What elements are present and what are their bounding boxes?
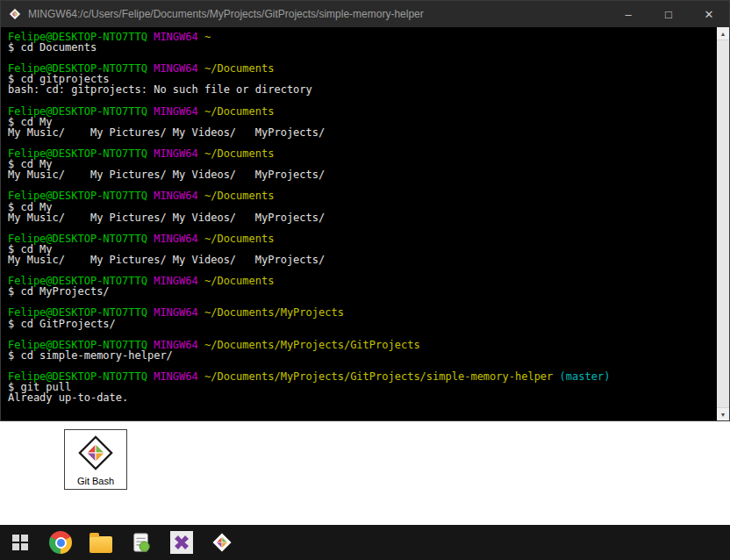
scroll-up-icon[interactable]: ▲ [717, 27, 729, 39]
windows-logo-icon [12, 535, 28, 550]
terminal-text-segment: ~/Documents/MyProjects/GitProjects/simpl… [204, 370, 553, 383]
scroll-down-icon[interactable]: ▼ [717, 408, 729, 420]
terminal-line: $ cd simple-memory-helper/ [8, 350, 710, 361]
terminal-line: Felipe@DESKTOP-NTO7TTQ MINGW64 ~/Documen… [8, 233, 710, 244]
chrome-icon [49, 531, 72, 554]
taskbar-visual-studio-button[interactable] [161, 525, 202, 560]
terminal-text-segment: ~ [204, 31, 211, 43]
text-editor-icon [130, 531, 153, 554]
terminal-text-segment: MINGW64 [154, 275, 204, 287]
close-button[interactable]: ✕ [689, 1, 729, 27]
start-button[interactable] [0, 525, 40, 560]
terminal-text-segment: $ cd MyProjects/ [8, 285, 110, 298]
terminal-text-segment: Already up-to-date. [8, 391, 128, 404]
taskbar [0, 525, 730, 560]
terminal-text-segment: MINGW64 [154, 370, 204, 383]
terminal-text-segment: $ cd Documents [8, 41, 97, 54]
terminal-text-segment: My Music/ My Pictures/ My Videos/ MyProj… [8, 169, 325, 181]
terminal-line: Felipe@DESKTOP-NTO7TTQ MINGW64 ~/Documen… [8, 371, 710, 382]
terminal-lines: Felipe@DESKTOP-NTO7TTQ MINGW64 ~$ cd Doc… [8, 32, 710, 403]
folder-icon [89, 536, 112, 553]
window-controls: – □ ✕ [608, 1, 729, 27]
terminal-text-segment: MINGW64 [154, 190, 204, 202]
scrollbar[interactable]: ▲ ▼ [717, 27, 729, 420]
terminal-output[interactable]: Felipe@DESKTOP-NTO7TTQ MINGW64 ~$ cd Doc… [1, 27, 729, 420]
terminal-line: Felipe@DESKTOP-NTO7TTQ MINGW64 ~/Documen… [8, 276, 710, 286]
terminal-text-segment: MINGW64 [154, 62, 204, 75]
terminal-line: $ cd Documents [8, 42, 710, 53]
terminal-text-segment: My Music/ My Pictures/ My Videos/ MyProj… [8, 212, 325, 224]
terminal-text-segment: MINGW64 [154, 105, 204, 118]
terminal-text-segment: MINGW64 [154, 306, 204, 319]
terminal-line: Felipe@DESKTOP-NTO7TTQ MINGW64 ~/Documen… [8, 63, 710, 74]
minimize-button[interactable]: – [608, 1, 648, 27]
maximize-button[interactable]: □ [648, 1, 689, 27]
terminal-line: Felipe@DESKTOP-NTO7TTQ MINGW64 ~/Documen… [8, 190, 710, 201]
title-bar[interactable]: MINGW64:/c/Users/Felipe/Documents/MyProj… [1, 1, 729, 27]
terminal-text-segment: MINGW64 [154, 31, 204, 43]
terminal-line: My Music/ My Pictures/ My Videos/ MyProj… [8, 212, 710, 223]
terminal-text-segment: My Music/ My Pictures/ My Videos/ MyProj… [8, 126, 325, 139]
terminal-line: My Music/ My Pictures/ My Videos/ MyProj… [8, 127, 710, 138]
terminal-text-segment: ~/Documents [204, 233, 274, 245]
terminal-text-segment: $ cd GitProjects/ [8, 318, 116, 330]
terminal-text-segment: MINGW64 [154, 147, 204, 160]
terminal-text-segment: (master) [553, 370, 610, 383]
desktop-icon-git-bash[interactable]: Git Bash [64, 429, 127, 490]
scrollbar-thumb[interactable] [717, 39, 729, 408]
terminal-text-segment: $ cd simple-memory-helper/ [8, 349, 173, 362]
taskbar-editor-button[interactable] [121, 525, 161, 560]
terminal-line: My Music/ My Pictures/ My Videos/ MyProj… [8, 169, 710, 180]
taskbar-chrome-button[interactable] [40, 525, 81, 560]
git-bash-window-icon [8, 7, 22, 21]
taskbar-git-bash-button[interactable] [202, 525, 242, 560]
terminal-text-segment: MINGW64 [154, 233, 204, 245]
terminal-text-segment: ~/Documents [204, 147, 274, 160]
terminal-text-segment: ~/Documents [204, 190, 274, 202]
terminal-line: bash: cd: gitprojects: No such file or d… [8, 84, 710, 95]
terminal-text-segment: ~/Documents [204, 275, 274, 287]
terminal-text-segment: bash: cd: gitprojects: No such file or d… [8, 83, 312, 96]
terminal-line: Felipe@DESKTOP-NTO7TTQ MINGW64 ~ [8, 32, 710, 42]
terminal-text-segment: My Music/ My Pictures/ My Videos/ MyProj… [8, 254, 325, 266]
terminal-text-segment: ~/Documents/MyProjects/GitProjects [204, 339, 420, 351]
git-bash-icon [76, 434, 115, 472]
terminal-text-segment: ~/Documents [204, 62, 274, 75]
terminal-line: Felipe@DESKTOP-NTO7TTQ MINGW64 ~/Documen… [8, 106, 710, 117]
terminal-text-segment: ~/Documents/MyProjects [204, 306, 344, 319]
terminal-line: $ cd GitProjects/ [8, 319, 710, 329]
terminal-line: $ cd MyProjects/ [8, 286, 710, 297]
taskbar-file-explorer-button[interactable] [81, 525, 121, 560]
mintty-window: MINGW64:/c/Users/Felipe/Documents/MyProj… [0, 0, 730, 421]
terminal-line: My Music/ My Pictures/ My Videos/ MyProj… [8, 255, 710, 265]
git-bash-taskbar-icon [210, 530, 234, 555]
terminal-line: Already up-to-date. [8, 392, 710, 403]
terminal-text-segment: ~/Documents [204, 105, 274, 118]
desktop: MINGW64:/c/Users/Felipe/Documents/MyProj… [0, 0, 730, 560]
window-title: MINGW64:/c/Users/Felipe/Documents/MyProj… [28, 8, 608, 20]
visual-studio-icon [169, 530, 194, 555]
desktop-icon-label: Git Bash [77, 476, 114, 486]
terminal-line: Felipe@DESKTOP-NTO7TTQ MINGW64 ~/Documen… [8, 148, 710, 159]
